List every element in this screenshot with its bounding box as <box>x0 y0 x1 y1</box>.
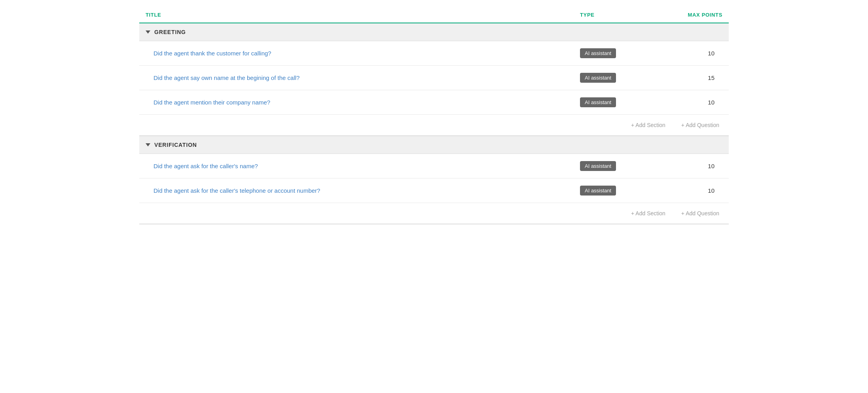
question-text: Did the agent thank the customer for cal… <box>154 50 580 57</box>
max-points-value: 10 <box>659 99 722 106</box>
type-badge-cell: AI assistant <box>580 186 659 196</box>
ai-assistant-badge: AI assistant <box>580 73 616 83</box>
section-greeting: GREETING Did the agent thank the custome… <box>139 23 729 136</box>
header-max-points: MAX POINTS <box>659 12 722 18</box>
ai-assistant-badge: AI assistant <box>580 48 616 58</box>
max-points-value: 10 <box>659 163 722 169</box>
type-badge-cell: AI assistant <box>580 97 659 107</box>
add-actions-row-verification: + Add Section + Add Question <box>139 203 729 224</box>
question-text: Did the agent ask for the caller's telep… <box>154 187 580 194</box>
ai-assistant-badge: AI assistant <box>580 161 616 171</box>
table-row: Did the agent mention their company name… <box>139 90 729 115</box>
scorecard-table: TITLE TYPE MAX POINTS GREETING Did the a… <box>127 0 741 232</box>
question-text: Did the agent ask for the caller's name? <box>154 163 580 169</box>
ai-assistant-badge: AI assistant <box>580 186 616 196</box>
table-row: Did the agent thank the customer for cal… <box>139 41 729 66</box>
max-points-value: 10 <box>659 187 722 194</box>
ai-assistant-badge: AI assistant <box>580 97 616 107</box>
section-verification: VERIFICATION Did the agent ask for the c… <box>139 136 729 224</box>
add-actions-row-greeting: + Add Section + Add Question <box>139 115 729 136</box>
table-row: Did the agent ask for the caller's telep… <box>139 178 729 203</box>
add-question-button[interactable]: + Add Question <box>678 209 722 218</box>
max-points-value: 10 <box>659 50 722 57</box>
section-title: VERIFICATION <box>154 142 197 148</box>
question-text: Did the agent say own name at the begini… <box>154 74 580 81</box>
question-text: Did the agent mention their company name… <box>154 99 580 106</box>
chevron-down-icon <box>146 30 150 34</box>
section-header-greeting[interactable]: GREETING <box>139 23 729 41</box>
add-question-button[interactable]: + Add Question <box>678 120 722 130</box>
header-type: TYPE <box>580 12 659 18</box>
type-badge-cell: AI assistant <box>580 73 659 83</box>
type-badge-cell: AI assistant <box>580 48 659 58</box>
table-row: Did the agent say own name at the begini… <box>139 66 729 90</box>
header-title: TITLE <box>146 12 580 18</box>
chevron-down-icon <box>146 143 150 146</box>
sections-container: GREETING Did the agent thank the custome… <box>139 23 729 224</box>
table-row: Did the agent ask for the caller's name?… <box>139 154 729 178</box>
add-section-button[interactable]: + Add Section <box>628 209 669 218</box>
max-points-value: 15 <box>659 74 722 81</box>
section-header-verification[interactable]: VERIFICATION <box>139 136 729 154</box>
add-section-button[interactable]: + Add Section <box>628 120 669 130</box>
type-badge-cell: AI assistant <box>580 161 659 171</box>
section-title: GREETING <box>154 29 186 35</box>
table-header: TITLE TYPE MAX POINTS <box>139 8 729 23</box>
